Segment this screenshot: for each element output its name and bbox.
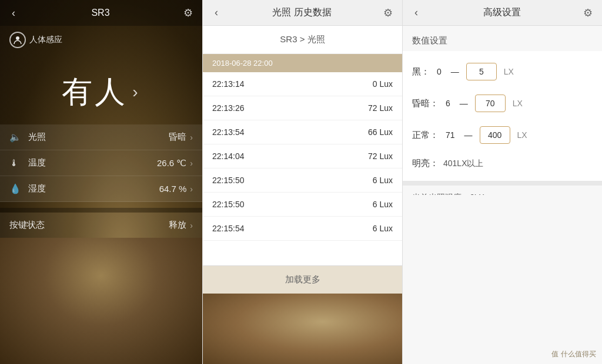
panel1-gear-icon[interactable]: ⚙	[183, 6, 193, 19]
panel2-title: 光照 历史数据	[272, 6, 331, 19]
history-time-5: 22:15:50	[212, 200, 245, 209]
person-sensor-icon	[9, 32, 26, 48]
history-value-5: 6 Lux	[373, 200, 393, 209]
panel3-settings: ‹ 高级设置 ⚙ 数值设置 黑： 0 — LX 昏暗： 6 — LX	[402, 0, 602, 364]
history-value-0: 0 Lux	[373, 79, 393, 89]
humidity-chevron-icon: ›	[190, 184, 193, 194]
humidity-value: 64.7 %	[159, 184, 187, 194]
panel2-header: ‹ 光照 历史数据 ⚙	[203, 0, 402, 26]
humidity-label: 湿度	[28, 183, 159, 194]
key-value: 释放	[169, 220, 186, 231]
dim-unit: LX	[513, 99, 523, 108]
light-icon: 🔈	[9, 132, 24, 143]
panel2-back-button[interactable]: ‹	[212, 4, 220, 21]
humidity-row[interactable]: 💧 湿度 64.7 % ›	[0, 176, 202, 202]
separator1	[0, 208, 202, 213]
separator2	[403, 181, 602, 186]
watermark-text: 什么值得买	[561, 349, 596, 359]
black-setting-row: 黑： 0 — LX	[403, 56, 602, 87]
black-input[interactable]	[466, 63, 497, 80]
history-value-6: 6 Lux	[373, 224, 393, 233]
key-state-row[interactable]: 按键状态 释放 ›	[0, 213, 202, 238]
history-list: 22:13:14 0 Lux 22:13:26 72 Lux 22:13:54 …	[203, 72, 402, 265]
watermark-icon: 值	[551, 349, 558, 359]
panel3-title: 高级设置	[483, 6, 521, 19]
history-row-1: 22:13:26 72 Lux	[203, 96, 402, 120]
history-time-3: 22:14:04	[212, 151, 245, 161]
dim-label: 昏暗：	[412, 98, 439, 109]
history-value-2: 66 Lux	[368, 127, 393, 137]
history-row-5: 22:15:50 6 Lux	[203, 193, 402, 217]
panel3-gear-icon[interactable]: ⚙	[583, 6, 593, 19]
key-chevron-icon: ›	[190, 221, 193, 230]
settings-section-title: 数值设置	[403, 26, 602, 51]
history-time-4: 22:15:50	[212, 176, 245, 185]
panel3-content: 数值设置 黑： 0 — LX 昏暗： 6 — LX 正常： 71	[403, 26, 602, 195]
temp-label: 温度	[28, 157, 157, 168]
big-status-display[interactable]: 有人 ›	[0, 54, 202, 119]
temp-icon: 🌡	[9, 158, 24, 168]
svg-point-0	[16, 36, 19, 40]
humidity-icon: 💧	[9, 183, 24, 194]
temp-chevron-icon: ›	[190, 159, 193, 168]
panel1-content: 人体感应 有人 › 🔈 光照 昏暗 › 🌡 温度 26.6 ℃ › 💧 湿度 6	[0, 26, 202, 364]
panel3-header: ‹ 高级设置 ⚙	[403, 0, 602, 26]
light-value: 昏暗	[169, 132, 186, 143]
history-value-4: 6 Lux	[373, 176, 393, 185]
bright-value: 401LX以上	[443, 159, 483, 169]
history-row-0: 22:13:14 0 Lux	[203, 72, 402, 96]
current-value-row: 当前光照强度：6LX	[403, 186, 602, 195]
dim-dash: —	[460, 99, 468, 108]
history-row-2: 22:13:54 66 Lux	[203, 120, 402, 144]
normal-setting-row: 正常： 71 — LX	[403, 119, 602, 151]
sensor-data-rows: 🔈 光照 昏暗 › 🌡 温度 26.6 ℃ › 💧 湿度 64.7 % ›	[0, 124, 202, 202]
black-label: 黑：	[412, 66, 430, 77]
sensor-label-text: 人体感应	[29, 35, 62, 45]
dim-input[interactable]	[475, 95, 506, 112]
normal-dash: —	[464, 130, 473, 140]
panel3-back-button[interactable]: ‹	[412, 4, 420, 21]
status-chevron-icon: ›	[132, 83, 140, 102]
history-row-3: 22:14:04 72 Lux	[203, 144, 402, 168]
load-more-button[interactable]: 加载更多	[203, 265, 402, 294]
history-time-6: 22:15:54	[212, 224, 245, 233]
panel1-sr3: ‹ SR3 ⚙ 人体感应 有人 › 🔈 光照 昏暗 ›	[0, 0, 202, 364]
normal-label: 正常：	[412, 130, 439, 141]
history-row-4: 22:15:50 6 Lux	[203, 168, 402, 193]
light-chevron-icon: ›	[190, 133, 193, 142]
temp-value: 26.6 ℃	[157, 158, 186, 168]
history-time-2: 22:13:54	[212, 127, 245, 137]
panel2-history: ‹ 光照 历史数据 ⚙ SR3 > 光照 2018-06-28 22:00 22…	[202, 0, 402, 364]
sensor-badge: 人体感应	[0, 26, 202, 54]
settings-rows: 黑： 0 — LX 昏暗： 6 — LX 正常： 71 — LX	[403, 51, 602, 181]
bright-label: 明亮：	[412, 158, 439, 169]
panel1-back-button[interactable]: ‹	[9, 5, 18, 22]
black-dash: —	[451, 67, 459, 76]
panel1-bottom-bg	[0, 238, 202, 364]
panel3-bottom: 值 什么值得买	[403, 195, 602, 364]
panel2-bottom-bg	[203, 294, 402, 364]
normal-input[interactable]	[480, 126, 510, 144]
key-label: 按键状态	[9, 220, 169, 231]
panel2-subtitle: SR3 > 光照	[203, 26, 402, 54]
panel2-gear-icon[interactable]: ⚙	[383, 6, 393, 19]
bright-setting-row: 明亮： 401LX以上	[403, 151, 602, 176]
light-label: 光照	[28, 132, 169, 143]
normal-unit: LX	[517, 130, 527, 140]
dim-setting-row: 昏暗： 6 — LX	[403, 87, 602, 119]
date-group-header: 2018-06-28 22:00	[203, 54, 402, 72]
dim-range-start: 6	[446, 99, 450, 108]
black-range-start: 0	[437, 67, 442, 76]
light-row[interactable]: 🔈 光照 昏暗 ›	[0, 124, 202, 150]
black-unit: LX	[504, 67, 514, 76]
panel1-title: SR3	[91, 8, 109, 18]
status-text: 有人	[62, 72, 128, 113]
normal-range-start: 71	[446, 130, 455, 140]
watermark: 值 什么值得买	[551, 349, 596, 359]
history-value-3: 72 Lux	[368, 151, 393, 161]
temp-row[interactable]: 🌡 温度 26.6 ℃ ›	[0, 150, 202, 176]
history-time-0: 22:13:14	[212, 79, 245, 89]
history-time-1: 22:13:26	[212, 103, 245, 113]
panel1-header: ‹ SR3 ⚙	[0, 0, 202, 26]
history-value-1: 72 Lux	[368, 103, 393, 113]
